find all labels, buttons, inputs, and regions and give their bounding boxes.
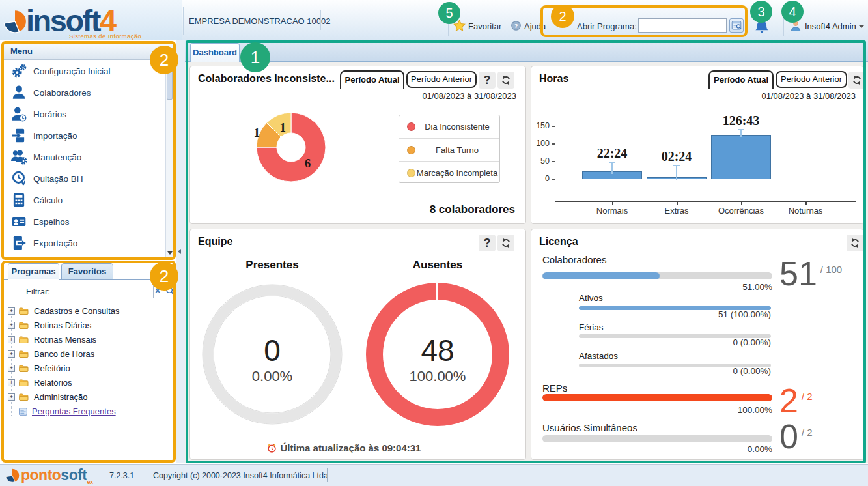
programs-panel: Programas Favoritos Filtrar: × +Cadastro… [3,262,176,461]
legend-label: Marcação Incompleta [417,168,497,178]
card-colaboradores-inconsistentes: Colaboradores Inconsiste... Período Atua… [189,66,526,224]
refresh-button[interactable] [847,235,863,251]
gauge-value: 0 [197,333,347,368]
sidebar-item-clock-badge[interactable]: Quitação BH [3,168,162,190]
help-button[interactable]: ? [479,72,496,89]
sidebar-item-label: Configuração Inicial [33,61,111,82]
annotation-circle-2: 2 [551,5,574,28]
svg-text:?: ? [514,23,518,29]
tree-item[interactable]: +Rotinas Mensais [3,333,176,347]
open-program-label: Abrir Programa: [577,21,637,31]
copyright: Copyright (c) 2000-2023 Insoft4 Informát… [153,471,328,480]
license-big-value: 2/ 2 [779,384,813,418]
gauge-ausentes: 48 100.00% [363,279,512,429]
help-icon[interactable]: ? [511,20,522,31]
scroll-thumb[interactable] [167,71,173,100]
sidebar-item-import[interactable]: Importação [3,125,162,147]
sidebar-item-label: Horários [33,104,66,125]
annotation-circle-2: 2 [150,46,178,74]
license-pct: 0.00% [542,444,772,454]
help-button[interactable]: Ajuda [524,21,546,31]
filter-input[interactable] [55,285,154,298]
x-category-label: Extras [645,206,708,216]
expand-icon[interactable]: + [8,336,15,343]
filter-label: Filtrar: [26,287,50,296]
faq-link-row[interactable]: Perguntas Frequentes [3,405,176,419]
sidebar-item-person[interactable]: Colaboradores [3,82,162,104]
chevron-down-icon[interactable] [858,25,865,28]
card-horas: Horas Período Atual Período Anterior 01/… [531,66,864,224]
x-category-label: Noturnas [774,206,837,216]
gauge-pct: 0.00% [197,368,347,385]
tree-item-label: Administração [34,390,87,405]
license-bar [542,435,772,442]
license-pct: 0 (0.00%) [579,366,771,376]
sidebar-item-id-card[interactable]: Espelhos [3,211,162,233]
tree-item-label: Rotinas Mensais [34,333,96,347]
help-button[interactable]: ? [479,235,496,251]
insoft4-logo-icon [3,10,27,33]
tab-programas[interactable]: Programas [8,263,59,280]
annotation-circle-3: 3 [750,1,772,23]
refresh-button[interactable] [497,72,514,89]
card-licenca: Licença Colaboradores51.00%51/ 100Ativos… [531,229,864,460]
expand-icon[interactable]: + [8,393,15,401]
tree-item[interactable]: +Banco de Horas [3,347,176,362]
license-bar-fill [542,272,660,279]
person-icon [10,84,27,101]
bar-chart: 050100150Normais22:24Extras02:24Ocorrênc… [531,66,865,225]
open-program-input[interactable] [638,18,727,33]
card-title: Equipe [198,236,232,248]
y-tick [552,126,555,127]
sidebar-item-gears[interactable]: Configuração Inicial [3,61,162,82]
user-menu[interactable]: Insoft4 Admin [805,21,856,31]
license-bar [542,272,772,279]
expand-icon[interactable]: + [8,365,15,372]
expand-icon[interactable]: + [8,322,15,329]
collapse-icon[interactable] [178,249,181,254]
favorite-button[interactable]: Favoritar [468,21,501,31]
sidebar-item-calculator[interactable]: Cálculo [3,190,162,211]
card-equipe: Equipe ? Presentes Ausentes 0 0.00% 48 1… [189,229,526,460]
tree-item[interactable]: +Rotinas Diárias [3,319,176,333]
faq-link[interactable]: Perguntas Frequentes [32,405,116,419]
period-previous-button[interactable]: Período Anterior [406,71,477,88]
tree-item[interactable]: +Refeitório [3,362,176,376]
person-clock-icon [10,106,27,122]
tree-item-label: Relatórios [34,376,72,390]
tree-item[interactable]: +Relatórios [3,376,176,390]
license-label: Ativos [579,293,603,303]
legend-dot [407,122,415,131]
tree-item[interactable]: +Administração [3,390,176,405]
open-program-button[interactable] [729,18,744,33]
company-name: EMPRESA DEMONSTRACAO 10002 [189,16,330,26]
sidebar-item-people-gear[interactable]: Manutenção [3,147,162,168]
legend-item: Dia Inconsistente [399,115,499,138]
expand-icon[interactable]: + [8,307,15,315]
clock-badge-icon [10,170,27,187]
sidebar-item-label: Colaboradores [33,82,91,104]
calculator-icon [10,192,27,208]
license-big-value: 51/ 100 [779,257,842,291]
big-suffix: / 100 [820,264,842,275]
period-current-button[interactable]: Período Atual [340,70,404,89]
error-bar-cap [673,165,680,166]
sidebar-item-export[interactable]: Exportação [3,233,162,254]
big-number: 2 [779,384,798,418]
annotation-circle-2: 2 [150,262,178,291]
tree-item[interactable]: +Cadastros e Consultas [3,304,176,319]
legend-dot [407,169,415,177]
expand-icon[interactable]: + [8,379,15,386]
expand-icon[interactable]: + [8,350,15,358]
version: 7.2.3.1 [109,471,134,480]
tab-dashboard[interactable]: Dashboard [190,43,240,62]
license-label: REPs [542,382,567,393]
refresh-button[interactable] [497,235,514,251]
legend-dot [407,146,415,154]
scroll-down-icon[interactable] [167,251,173,255]
splitter[interactable] [176,40,185,463]
x-tick [741,202,742,205]
menu-scrollbar[interactable] [165,61,174,258]
sidebar-item-person-clock[interactable]: Horários [3,104,162,125]
tab-favoritos[interactable]: Favoritos [61,263,113,280]
